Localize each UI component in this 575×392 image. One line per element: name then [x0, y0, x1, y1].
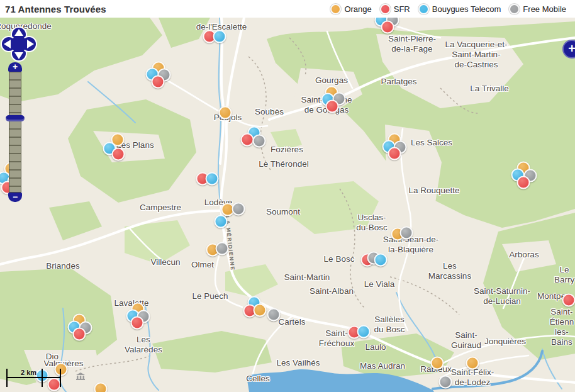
- sfr-operator-icon: [380, 4, 391, 14]
- results-count-title: 71 Antennes Trouvées: [5, 4, 106, 14]
- antenna-marker-free[interactable]: [216, 242, 229, 255]
- antenna-marker-free[interactable]: [232, 203, 245, 216]
- zoom-slider-control: + −: [8, 62, 23, 202]
- antenna-marker-sfr[interactable]: [73, 328, 86, 341]
- zoom-slider-handle[interactable]: [6, 115, 25, 121]
- free-operator-icon: [509, 4, 520, 14]
- antenna-marker-sfr[interactable]: [241, 133, 254, 147]
- antenna-marker-bouygues[interactable]: [206, 172, 219, 186]
- legend-item-bouygues: Bouygues Telecom: [418, 4, 501, 14]
- antenna-marker-bouygues[interactable]: [213, 30, 226, 43]
- antenna-marker-orange[interactable]: [94, 383, 108, 392]
- antenna-marker-bouygues[interactable]: [374, 254, 388, 267]
- antenna-marker-orange[interactable]: [55, 363, 68, 376]
- antenna-marker-sfr[interactable]: [131, 316, 144, 330]
- zoom-slider-track[interactable]: [9, 72, 21, 193]
- pan-control[interactable]: [1, 25, 37, 63]
- legend-label: Bouygues Telecom: [432, 4, 501, 14]
- legend-label: Orange: [344, 4, 371, 14]
- antenna-marker-sfr[interactable]: [381, 21, 394, 34]
- antenna-marker-sfr[interactable]: [112, 148, 125, 161]
- operator-legend: Orange SFR Bouygues Telecom Free Mobile: [330, 4, 566, 14]
- antenna-marker-bouygues[interactable]: [215, 215, 228, 228]
- antenna-marker-sfr[interactable]: [48, 378, 61, 391]
- antenna-marker-orange[interactable]: [466, 357, 479, 370]
- zoom-in-button[interactable]: +: [8, 62, 22, 72]
- antenna-marker-sfr[interactable]: [152, 76, 165, 89]
- orange-operator-icon: [330, 4, 341, 14]
- antenna-marker-sfr[interactable]: [517, 176, 530, 189]
- antenna-marker-free[interactable]: [400, 227, 413, 240]
- map-viewport[interactable]: LA MÉRIDIENNE Roqueredondede-l'Escalette…: [0, 0, 575, 392]
- antenna-marker-orange[interactable]: [219, 106, 232, 120]
- antenna-marker-free[interactable]: [253, 135, 266, 148]
- antenna-marker-bouygues[interactable]: [357, 325, 371, 339]
- bouygues-operator-icon: [418, 4, 429, 14]
- antenna-marker-orange[interactable]: [431, 357, 444, 370]
- antenna-marker-bouygues[interactable]: [36, 369, 49, 383]
- zoom-out-button[interactable]: −: [8, 193, 22, 202]
- legend-label: Free Mobile: [523, 4, 566, 14]
- antenna-marker-orange[interactable]: [254, 304, 267, 317]
- antenna-marker-sfr[interactable]: [388, 147, 401, 160]
- header-bar: 71 Antennes Trouvées Orange SFR Bouygues…: [0, 0, 575, 18]
- antenna-marker-free[interactable]: [267, 308, 281, 322]
- antenna-markers-layer: [0, 0, 575, 392]
- antenna-marker-sfr[interactable]: [562, 294, 575, 307]
- legend-item-free: Free Mobile: [509, 4, 566, 14]
- antenna-marker-free[interactable]: [439, 376, 452, 389]
- legend-item-orange: Orange: [330, 4, 371, 14]
- antenna-marker-sfr[interactable]: [326, 100, 339, 113]
- antenna-map-app: LA MÉRIDIENNE Roqueredondede-l'Escalette…: [0, 0, 575, 392]
- legend-item-sfr: SFR: [380, 4, 410, 14]
- legend-label: SFR: [394, 4, 410, 14]
